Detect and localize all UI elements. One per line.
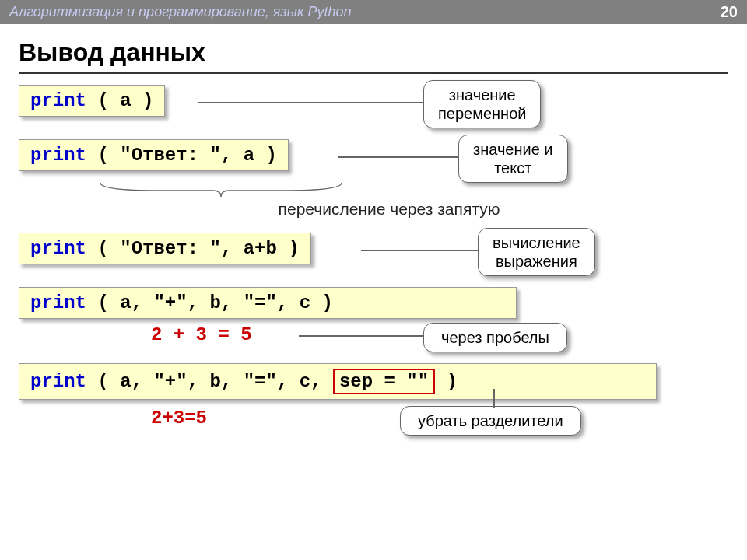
code-box-2: print ( "Ответ: ", a ) — [19, 139, 289, 171]
slide-title: Вывод данных — [0, 24, 747, 72]
slide-header: Алгоритмизация и программирование, язык … — [0, 0, 747, 24]
output-row-1: 2 + 3 = 5 через пробелы — [19, 324, 728, 359]
code-box-4: print ( a, "+", b, "=", c ) — [19, 287, 517, 319]
example-row-2: print ( "Ответ: ", a ) значение и текст — [19, 139, 728, 183]
code-rest: ( "Ответ: ", a ) — [86, 145, 277, 166]
code-part1: ( a, "+", b, "=", c, — [86, 371, 333, 392]
connector-line — [299, 335, 423, 337]
brace-icon — [96, 181, 345, 198]
code-part2: ) — [435, 371, 458, 392]
callout-remove-sep: убрать разделители — [400, 406, 581, 436]
output-row-2: 2+3=5 убрать разделители — [19, 408, 728, 446]
keyword-print: print — [30, 292, 86, 313]
example-row-3: print ( "Ответ: ", a+b ) вычисление выра… — [19, 233, 728, 276]
keyword-print: print — [30, 371, 86, 392]
keyword-print: print — [30, 145, 86, 166]
connector-line — [361, 250, 478, 251]
keyword-print: print — [30, 90, 86, 111]
enumeration-note: перечисление через запятую — [19, 200, 728, 219]
code-box-5: print ( a, "+", b, "=", c, sep = "" ) — [19, 363, 657, 400]
title-underline — [19, 72, 728, 74]
code-box-3: print ( "Ответ: ", a+b ) — [19, 233, 311, 264]
code-box-1: print ( a ) — [19, 85, 165, 117]
callout-variable-value: значение переменной — [423, 80, 541, 128]
sep-highlight-box: sep = "" — [333, 369, 435, 394]
connector-line — [338, 156, 458, 158]
output-text-2: 2+3=5 — [19, 408, 728, 429]
header-title: Алгоритмизация и программирование, язык … — [9, 4, 351, 20]
example-row-1: print ( a ) значение переменной — [19, 85, 728, 128]
callout-value-text: значение и текст — [458, 135, 568, 183]
connector-line-vertical — [493, 389, 495, 408]
code-rest: ( "Ответ: ", a+b ) — [86, 238, 300, 259]
keyword-print: print — [30, 238, 86, 259]
code-rest: ( a ) — [86, 90, 153, 111]
page-number: 20 — [721, 3, 738, 21]
slide-content: print ( a ) значение переменной print ( … — [0, 85, 747, 446]
connector-line — [198, 102, 423, 103]
example-row-4: print ( a, "+", b, "=", c ) — [19, 287, 728, 321]
example-row-5: print ( a, "+", b, "=", c, sep = "" ) — [19, 363, 728, 400]
callout-spaces: через пробелы — [423, 323, 567, 352]
code-rest: ( a, "+", b, "=", c ) — [86, 292, 333, 313]
callout-expression: вычисление выражения — [478, 228, 595, 276]
